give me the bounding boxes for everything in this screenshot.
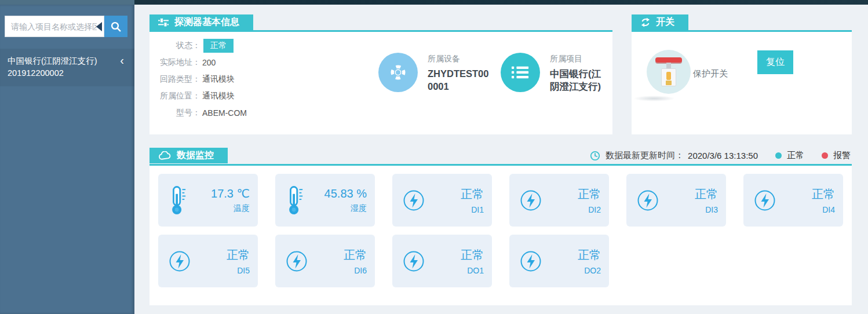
field-value: 通讯模块 (202, 91, 235, 101)
bolt-icon (403, 189, 425, 211)
sensor-card: 正常 DI4 (743, 174, 843, 227)
clock-icon (590, 151, 600, 161)
monitor-panel-header: 数据监控 数据最新更新时间： 2020/3/6 13:13:50 正常 报警 (149, 148, 852, 163)
sensor-readout: 正常 DI3 (695, 187, 718, 214)
sensor-readout: 正常 DI1 (461, 187, 484, 214)
detector-panel-title: 探测器基本信息 (174, 16, 239, 28)
detector-panel-header: 探测器基本信息 (149, 14, 612, 30)
project-label: 所属项目 (550, 54, 608, 64)
sensor-label: DO2 (578, 266, 601, 275)
sensor-readout: 正常 DI2 (578, 187, 601, 214)
sensor-label: DI1 (461, 205, 484, 214)
dropdown-caret-icon[interactable] (96, 22, 102, 31)
project-tree-label: 中国银行(江阴澄江支行) 201912200002 (8, 55, 111, 79)
updated-time-label: 数据最新更新时间： (606, 150, 684, 161)
search-button[interactable] (104, 16, 127, 37)
sensor-cards-grid: 17.3 ℃ 温度 45.83 % 湿度 (149, 166, 852, 295)
sensor-readout: 正常 DO1 (461, 247, 484, 275)
project-info-text: 所属项目 中国银行(江阴澄江支行) (550, 53, 608, 93)
project-sidebar: 中国银行(江阴澄江支行) 201912200002 ‹ (0, 5, 134, 314)
project-code: 201912200002 (8, 67, 111, 79)
bolt-icon (286, 250, 308, 272)
sensor-label: DI6 (344, 266, 367, 275)
field-label: 实际地址： (149, 57, 200, 68)
sliders-icon (158, 18, 169, 27)
repeat-icon (640, 17, 651, 27)
sensor-readout: 45.83 % 湿度 (324, 187, 367, 214)
search-input[interactable] (5, 16, 104, 37)
switch-panel-body: 保护开关 复位 (632, 32, 852, 134)
sensor-value: 17.3 ℃ (211, 187, 250, 200)
detector-info-panel: 探测器基本信息 状态： 正常 实际地址： 200 回路类型： 通讯模块 所属位置… (149, 14, 612, 134)
field-label: 所属位置： (149, 91, 200, 101)
sensor-label: DI5 (227, 266, 250, 275)
switch-panel-title: 开关 (656, 16, 674, 28)
bolt-icon (754, 189, 776, 211)
legend-dot-icon (775, 152, 782, 159)
sensor-value: 正常 (461, 187, 484, 202)
sensor-value: 正常 (344, 247, 367, 263)
cloud-icon (158, 151, 172, 160)
sensor-readout: 正常 DO2 (578, 247, 601, 275)
sensor-label: 湿度 (324, 203, 367, 214)
protection-switch-label: 保护开关 (693, 68, 728, 79)
project-search-row (5, 16, 127, 37)
field-value: 200 (202, 58, 216, 67)
field-label: 状态： (149, 41, 200, 51)
top-strip-sidebar-cap (0, 0, 134, 5)
switch-panel: 开关 保护开关 复位 (632, 14, 852, 134)
device-info-text: 所属设备 ZHYDTEST000001 (428, 53, 489, 93)
collapse-chevron-icon[interactable]: ‹ (120, 55, 124, 79)
sensor-value: 45.83 % (324, 187, 367, 200)
lifebuoy-icon (378, 53, 418, 92)
sensor-label: DO1 (461, 266, 484, 275)
sensor-value: 正常 (695, 187, 718, 202)
sensor-label: 温度 (211, 203, 250, 214)
list-icon (501, 53, 540, 92)
sensor-value: 正常 (578, 187, 601, 202)
sensor-label: DI4 (812, 205, 835, 214)
field-value: ABEM-COM (202, 108, 247, 118)
monitor-panel-body: 17.3 ℃ 温度 45.83 % 湿度 (149, 166, 852, 305)
detector-field-row: 状态： 正常 (149, 39, 612, 52)
project-name: 中国银行(江阴澄江支行) (8, 55, 111, 67)
thermometer-icon (286, 185, 304, 216)
sensor-value: 正常 (227, 247, 250, 263)
bolt-icon (403, 250, 425, 272)
reset-button[interactable]: 复位 (757, 50, 793, 74)
legend-item: 报警 (822, 150, 851, 161)
sensor-card: 正常 DI3 (626, 174, 726, 227)
detector-panel-badge: 探测器基本信息 (149, 14, 253, 30)
bolt-icon (169, 250, 191, 272)
sensor-readout: 正常 DI4 (812, 187, 835, 214)
data-monitor-panel: 数据监控 数据最新更新时间： 2020/3/6 13:13:50 正常 报警 (149, 148, 852, 305)
legend-label: 报警 (833, 150, 851, 161)
project-info-group: 所属项目 中国银行(江阴澄江支行) (501, 53, 608, 93)
monitor-panel-title: 数据监控 (177, 149, 214, 162)
field-label: 回路类型： (149, 74, 200, 85)
sensor-value: 正常 (578, 247, 601, 263)
updated-time-value: 2020/3/6 13:13:50 (688, 151, 758, 160)
legend-label: 正常 (787, 150, 804, 161)
status-legend: 正常 报警 (758, 150, 851, 161)
sensor-card: 正常 DO2 (509, 235, 609, 287)
sensor-card: 正常 DI5 (158, 235, 258, 287)
detector-panel-body: 状态： 正常 实际地址： 200 回路类型： 通讯模块 所属位置： 通讯模块 型… (149, 32, 612, 134)
sensor-card: 正常 DO1 (392, 235, 492, 287)
project-value: 中国银行(江阴澄江支行) (550, 67, 608, 93)
switch-panel-badge: 开关 (632, 14, 688, 30)
monitor-panel-badge: 数据监控 (149, 148, 228, 163)
thermometer-icon (169, 185, 187, 216)
sensor-value: 正常 (812, 187, 835, 202)
legend-dot-icon (822, 152, 828, 159)
sensor-label: DI2 (578, 205, 601, 214)
sidebar-item-project[interactable]: 中国银行(江阴澄江支行) 201912200002 ‹ (0, 49, 134, 86)
bolt-icon (520, 250, 542, 272)
sensor-readout: 正常 DI5 (227, 247, 250, 275)
bolt-icon (637, 189, 659, 211)
field-value: 正常 (203, 39, 234, 53)
device-label: 所属设备 (428, 54, 489, 64)
protection-switch-icon (647, 50, 691, 94)
sensor-card: 正常 DI1 (392, 174, 492, 227)
search-icon (110, 21, 122, 32)
